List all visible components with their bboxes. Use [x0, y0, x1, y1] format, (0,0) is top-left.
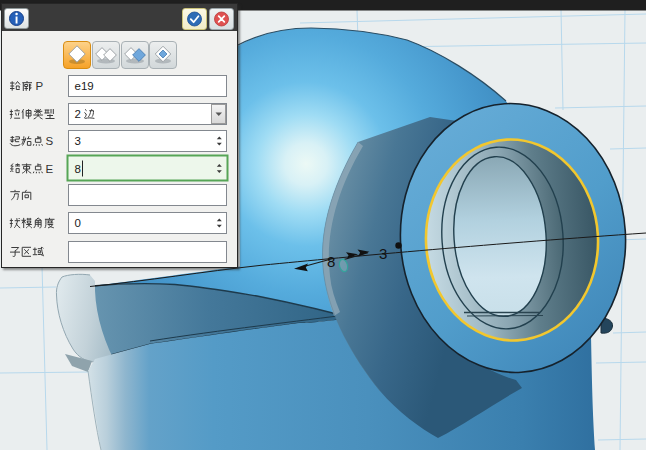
svg-text:e19: e19	[75, 80, 94, 92]
svg-text:2: 2	[75, 108, 81, 120]
svg-text:P: P	[36, 80, 44, 92]
svg-text:S: S	[46, 135, 54, 147]
svg-text:0: 0	[75, 217, 81, 229]
svg-text:E: E	[46, 163, 54, 175]
svg-text:8: 8	[75, 163, 81, 175]
svg-text:3: 3	[75, 135, 81, 147]
svg-text:3: 3	[379, 245, 387, 262]
svg-text:8: 8	[327, 253, 335, 270]
